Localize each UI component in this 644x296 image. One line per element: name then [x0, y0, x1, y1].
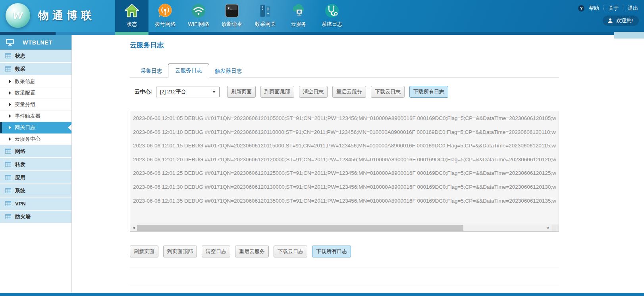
caret-right-icon: [9, 80, 11, 83]
scrollbar-corner: [552, 224, 559, 231]
goto-page-bottom-button[interactable]: 到页面尾部: [260, 86, 294, 98]
log-line: 2023-06-06 12:01:25 DEBUG ##0171QN=20230…: [133, 166, 556, 180]
restart-cloud-service-button-bottom[interactable]: 重启云服务: [235, 246, 269, 257]
cloud-icon: [290, 2, 307, 19]
link-separator: [604, 6, 604, 11]
sidebar-item-collect-info[interactable]: 数采信息: [0, 76, 71, 87]
grid-icon: [5, 201, 11, 206]
download-all-logs-button[interactable]: 下载所有日志: [409, 86, 448, 98]
sidebar-item-network[interactable]: 网络: [0, 145, 71, 158]
sidebar-item-cloud-center[interactable]: 云服务中心: [0, 133, 71, 145]
cloud-center-select[interactable]: [2] 212平台: [156, 87, 220, 97]
brand-logo: w 物通博联: [6, 3, 95, 28]
top-nav: 状态 拨号网络 WIFI网络 >_ 诊断命令 数采网关: [115, 0, 349, 32]
scroll-left-arrow[interactable]: ◄: [130, 224, 137, 231]
terminal-icon: >_: [224, 2, 240, 19]
sidebar-item-variable-group[interactable]: 变量分组: [0, 99, 71, 110]
welcome-text: 欢迎您!: [616, 17, 633, 24]
caret-right-icon: [9, 91, 11, 95]
user-icon: [607, 18, 613, 23]
about-link[interactable]: 关于: [608, 5, 619, 12]
bottom-accent-band: [0, 293, 644, 296]
sidebar-item-firewall[interactable]: 防火墙: [0, 211, 71, 224]
nav-item-diagnostic-command[interactable]: >_ 诊断命令: [215, 0, 249, 32]
caret-right-icon: [9, 126, 11, 129]
restart-cloud-service-button[interactable]: 重启云服务: [332, 86, 366, 98]
clear-log-button[interactable]: 清空日志: [299, 86, 328, 98]
cloud-center-selected-value: [2] 212平台: [160, 88, 186, 95]
grid-icon: [5, 162, 11, 167]
sidebar: WTBLNET 状态 数采 数采信息 数采配置 变量分组 事件触发器 网关日志 …: [0, 35, 72, 293]
broadcast-icon: [157, 2, 174, 19]
log-line: 2023-06-06 12:01:15 DEBUG ##0171QN=20230…: [133, 139, 556, 153]
tab-bar: 采集日志 云服务日志 触发器日志: [130, 64, 559, 78]
sidebar-item-status[interactable]: 状态: [0, 50, 71, 63]
tab-collect-log[interactable]: 采集日志: [135, 65, 168, 77]
help-link[interactable]: 帮助: [589, 5, 599, 12]
grid-icon: [5, 53, 11, 58]
log-toolbar: 云中心: [2] 212平台 刷新页面 到页面尾部 清空日志 重启云服务 下载云…: [130, 86, 559, 98]
log-line: 2023-06-06 12:01:30 DEBUG ##0171QN=20230…: [133, 180, 556, 194]
grid-icon: [5, 149, 11, 154]
stethoscope-icon: [324, 2, 340, 19]
sidebar-item-vpn[interactable]: VPN: [0, 197, 71, 211]
sidebar-device-header: WTBLNET: [0, 35, 71, 50]
nav-item-dialup-network[interactable]: 拨号网络: [148, 0, 182, 32]
main-content: 云服务日志 采集日志 云服务日志 触发器日志 云中心: [2] 212平台 刷新…: [130, 35, 559, 296]
download-cloud-log-button-bottom[interactable]: 下载云日志: [274, 246, 307, 257]
grid-icon: [5, 188, 11, 193]
logo-sphere-icon: w: [6, 3, 30, 28]
grid-icon: [5, 66, 11, 72]
nav-item-wifi-network[interactable]: WIFI网络: [182, 0, 215, 32]
log-lines: 2023-06-06 12:01:05 DEBUG ##0171QN=20230…: [130, 111, 559, 208]
log-line: 2023-06-06 12:01:35 DEBUG ##0171QN=20230…: [133, 194, 556, 208]
nav-item-data-gateway[interactable]: 数采网关: [249, 0, 282, 32]
download-cloud-log-button[interactable]: 下载云日志: [371, 86, 405, 98]
svg-text:>_: >_: [228, 6, 233, 10]
refresh-page-button-bottom[interactable]: 刷新页面: [130, 246, 158, 257]
sidebar-item-collect-config[interactable]: 数采配置: [0, 87, 71, 99]
tab-trigger-log[interactable]: 触发器日志: [209, 65, 248, 77]
wifi-icon: [190, 2, 207, 19]
sidebar-item-data-collect[interactable]: 数采: [0, 63, 71, 76]
section-divider: [130, 267, 559, 267]
log-line: 2023-06-06 12:01:10 DEBUG ##0171QN=20230…: [133, 126, 556, 139]
sidebar-item-application[interactable]: 应用: [0, 171, 71, 184]
monitor-icon: [6, 39, 14, 46]
sidebar-item-gateway-log[interactable]: 网关日志: [0, 122, 71, 133]
welcome-badge[interactable]: 欢迎您!: [603, 15, 639, 26]
scroll-right-arrow[interactable]: ►: [545, 224, 552, 231]
goto-page-top-button[interactable]: 到页面顶部: [163, 246, 197, 257]
server-gateway-icon: [257, 2, 274, 19]
chevron-down-icon: [212, 91, 216, 93]
tab-cloud-service-log[interactable]: 云服务日志: [168, 64, 209, 78]
refresh-page-button[interactable]: 刷新页面: [227, 86, 256, 98]
link-separator: [623, 6, 623, 11]
sidebar-item-system[interactable]: 系统: [0, 184, 71, 197]
log-line: 2023-06-06 12:01:20 DEBUG ##0171QN=20230…: [133, 153, 556, 167]
home-icon: [123, 2, 140, 19]
log-viewer[interactable]: 2023-06-06 12:01:05 DEBUG ##0171QN=20230…: [130, 111, 559, 232]
clear-log-button-bottom[interactable]: 清空日志: [202, 246, 230, 257]
nav-item-system-log[interactable]: 系统日志: [315, 0, 349, 32]
nav-item-status[interactable]: 状态: [115, 0, 148, 32]
device-name-text: WTBLNET: [23, 39, 52, 46]
page-title: 云服务日志: [130, 41, 559, 50]
active-nav-underline: [115, 32, 148, 35]
cloud-center-label: 云中心:: [135, 88, 152, 95]
scrollbar-thumb[interactable]: [137, 225, 463, 231]
brand-name: 物通博联: [38, 8, 95, 23]
sidebar-item-event-trigger[interactable]: 事件触发器: [0, 110, 71, 122]
caret-right-icon: [9, 137, 11, 141]
right-accent-strip: [614, 32, 644, 39]
scrollbar-track[interactable]: [137, 224, 545, 231]
sidebar-item-forward[interactable]: 转发: [0, 158, 71, 171]
header-links: ? 帮助 关于 退出: [578, 5, 638, 12]
logout-link[interactable]: 退出: [628, 5, 638, 12]
horizontal-scrollbar[interactable]: ◄ ►: [130, 224, 552, 231]
app-header: w 物通博联 状态 拨号网络 WIFI网络 >_ 诊断命令: [0, 0, 644, 32]
nav-item-cloud-service[interactable]: 云服务: [282, 0, 315, 32]
caret-right-icon: [9, 114, 11, 118]
caret-right-icon: [9, 103, 11, 106]
download-all-logs-button-bottom[interactable]: 下载所有日志: [312, 246, 351, 257]
